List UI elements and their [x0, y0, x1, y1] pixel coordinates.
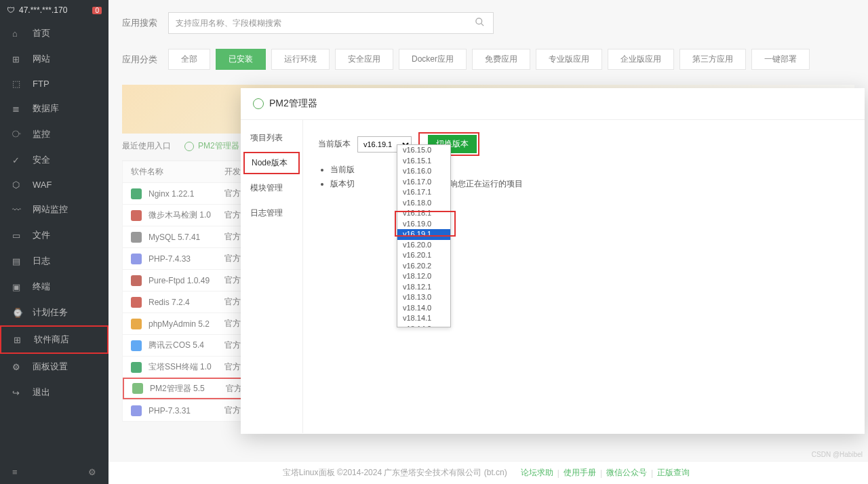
version-option[interactable]: v16.15.0 — [397, 145, 450, 156]
host-ip-row: 🛡 47.***.***.170 0 — [0, 0, 108, 20]
modal-side-nav: 项目列表Node版本模块管理日志管理 — [241, 120, 303, 433]
sidebar-item-0[interactable]: ⌂首页 — [0, 20, 108, 46]
sidebar-icon: ⊞ — [12, 54, 23, 64]
sidebar-item-6[interactable]: ⬡WAF — [0, 173, 108, 197]
sidebar-item-3[interactable]: ≣数据库 — [0, 96, 108, 121]
modal-nav-1[interactable]: Node版本 — [243, 152, 300, 174]
modal-content: 当前版本 v16.19.1 切换版本 当前版 版本切本后可能影响您正在运行的项目… — [303, 120, 865, 433]
version-option[interactable]: v16.16.0 — [397, 166, 450, 177]
sidebar-icon: ▣ — [12, 282, 23, 292]
sidebar-icon: ✓ — [12, 155, 23, 165]
modal-nav-2[interactable]: 模块管理 — [241, 176, 302, 201]
sidebar-item-11[interactable]: ⌚计划任务 — [0, 300, 108, 325]
modal-title: PM2管理器 — [269, 98, 317, 110]
sidebar-icon: ≣ — [12, 104, 23, 114]
notification-badge[interactable]: 0 — [92, 7, 102, 14]
version-option[interactable]: v16.17.0 — [397, 177, 450, 188]
version-option[interactable]: v16.17.1 — [397, 187, 450, 198]
pm2-icon — [253, 98, 264, 109]
version-option[interactable]: v18.12.1 — [397, 282, 450, 293]
modal-nav-0[interactable]: 项目列表 — [241, 125, 302, 150]
version-option[interactable]: v16.18.1 — [397, 208, 450, 219]
collapse-icon[interactable]: ≡ — [12, 467, 18, 477]
version-option[interactable]: v16.19.1 — [397, 229, 450, 240]
shield-icon: 🛡 — [7, 5, 15, 15]
sidebar-icon: ⧂ — [12, 129, 23, 140]
sidebar-icon: ⬚ — [12, 79, 23, 89]
version-option[interactable]: v18.13.0 — [397, 292, 450, 303]
sidebar-icon: ⬡ — [12, 180, 23, 190]
version-option[interactable]: v16.18.0 — [397, 198, 450, 209]
version-dropdown-list[interactable]: v16.15.0v16.15.1v16.16.0v16.17.0v16.17.1… — [397, 144, 451, 327]
sidebar-icon: ▭ — [12, 230, 23, 241]
sidebar-item-2[interactable]: ⬚FTP — [0, 72, 108, 96]
version-option[interactable]: v18.12.0 — [397, 271, 450, 282]
version-option[interactable]: v16.20.1 — [397, 250, 450, 261]
sidebar-item-14[interactable]: ↪退出 — [0, 380, 108, 405]
sidebar-item-10[interactable]: ▣终端 — [0, 274, 108, 300]
sidebar-footer: ≡ ⚙ — [0, 460, 108, 484]
sidebar-icon: ⌚ — [12, 308, 23, 318]
settings-gear-icon[interactable]: ⚙ — [88, 467, 96, 477]
pm2-modal: PM2管理器 项目列表Node版本模块管理日志管理 当前版本 v16.19.1 … — [241, 88, 865, 434]
sidebar-item-9[interactable]: ▤日志 — [0, 248, 108, 274]
version-option[interactable]: v16.19.0 — [397, 219, 450, 230]
version-option[interactable]: v16.20.2 — [397, 261, 450, 272]
sidebar-item-13[interactable]: ⚙面板设置 — [0, 354, 108, 380]
version-option[interactable]: v18.14.1 — [397, 313, 450, 324]
sidebar-icon: ⚙ — [12, 362, 23, 372]
sidebar: 🛡 47.***.***.170 0 ⌂首页⊞网站⬚FTP≣数据库⧂监控✓安全⬡… — [0, 0, 108, 484]
sidebar-icon: 〰 — [12, 205, 23, 215]
modal-header: PM2管理器 — [241, 88, 865, 120]
sidebar-icon: ⊞ — [14, 335, 24, 345]
sidebar-icon: ↪ — [12, 388, 23, 398]
sidebar-item-7[interactable]: 〰网站监控 — [0, 197, 108, 222]
sidebar-item-8[interactable]: ▭文件 — [0, 222, 108, 248]
version-option[interactable]: v18.14.2 — [397, 324, 450, 328]
host-ip: 47.***.***.170 — [19, 5, 67, 15]
sidebar-icon: ⌂ — [12, 28, 23, 39]
sidebar-item-4[interactable]: ⧂监控 — [0, 121, 108, 147]
sidebar-icon: ▤ — [12, 256, 23, 266]
version-option[interactable]: v16.15.1 — [397, 156, 450, 167]
sidebar-item-5[interactable]: ✓安全 — [0, 147, 108, 173]
current-version-label: 当前版本 — [318, 138, 357, 150]
version-option[interactable]: v16.20.0 — [397, 240, 450, 251]
sidebar-item-1[interactable]: ⊞网站 — [0, 46, 108, 72]
sidebar-item-12[interactable]: ⊞软件商店 — [0, 325, 108, 354]
version-option[interactable]: v18.14.0 — [397, 303, 450, 314]
modal-nav-3[interactable]: 日志管理 — [241, 201, 302, 226]
